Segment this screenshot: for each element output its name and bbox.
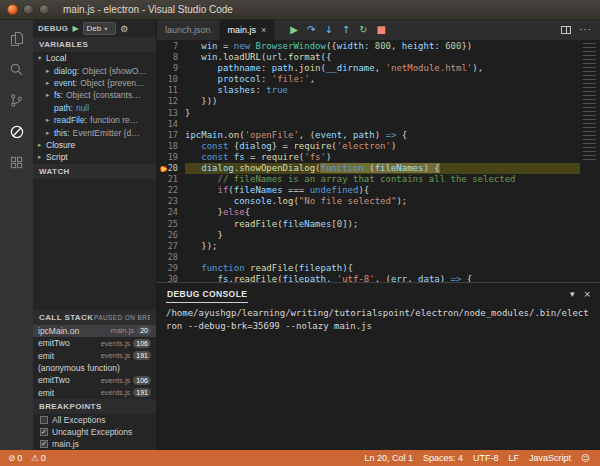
code-line-text[interactable]: const fs = require('fs') <box>185 152 580 163</box>
more-actions-icon[interactable]: ··· <box>579 25 592 35</box>
variable-readfile[interactable]: ▸readFile:function re… <box>33 114 156 126</box>
code-line-text[interactable]: }); <box>185 241 580 252</box>
code-line-text[interactable]: win = new BrowserWindow({width: 800, hei… <box>185 41 580 52</box>
variable-fs[interactable]: ▸fs:Object {constants… <box>33 89 156 101</box>
checkbox-unchecked[interactable] <box>40 416 48 424</box>
step-over-button[interactable]: ↷ <box>307 25 315 35</box>
line-number[interactable]: 7 <box>157 41 185 52</box>
stop-button[interactable]: ■ <box>377 25 386 35</box>
tab-debug-console[interactable]: DEBUG CONSOLE <box>166 285 248 303</box>
collapse-panel-icon[interactable]: ▾ <box>570 289 575 299</box>
code-line-text[interactable]: console.log("No file selected"); <box>185 196 580 207</box>
line-number[interactable]: 24 <box>157 207 185 218</box>
code-line-text[interactable]: ipcMain.on('openFile', (event, path) => … <box>185 130 580 141</box>
indentation-setting[interactable]: Spaces: 4 <box>423 453 463 463</box>
callstack-frame-emit[interactable]: emitevents.js191 <box>33 387 156 399</box>
line-number[interactable]: 28 <box>157 252 185 263</box>
code-line-text[interactable]: fs.readFile(filepath, 'utf-8', (err, dat… <box>185 274 580 282</box>
variable-dialog[interactable]: ▸dialog:Object {showO… <box>33 64 156 76</box>
line-number[interactable]: 18 <box>157 141 185 152</box>
cursor-position[interactable]: Ln 20, Col 1 <box>365 453 414 463</box>
line-number[interactable]: 30 <box>157 274 185 282</box>
callstack-section-header[interactable]: CALL STACK PAUSED ON BREAKPO… <box>33 310 156 325</box>
line-number[interactable]: 19 <box>157 152 185 163</box>
line-number[interactable]: 9 <box>157 63 185 74</box>
line-number[interactable]: 11 <box>157 85 185 96</box>
split-editor-icon[interactable] <box>561 26 571 34</box>
line-number[interactable]: 29 <box>157 263 185 274</box>
variable-path[interactable]: path:null <box>33 102 156 114</box>
code-line-text[interactable]: // fileNames is an array that contains a… <box>185 174 580 185</box>
variables-section-header[interactable]: VARIABLES <box>33 37 156 52</box>
code-line-text[interactable] <box>185 252 580 263</box>
line-number[interactable]: 22 <box>157 185 185 196</box>
code-line-text[interactable]: } <box>185 230 580 241</box>
warning-count[interactable]: ⚠ 0 <box>31 453 46 463</box>
line-number[interactable]: 10 <box>157 74 185 85</box>
code-line-text[interactable]: function readFile(filepath){ <box>185 263 580 274</box>
callstack-frame-emit[interactable]: emitevents.js191 <box>33 349 156 361</box>
activity-item-search[interactable] <box>0 54 33 85</box>
watch-section-header[interactable]: WATCH <box>33 164 156 179</box>
code-line-text[interactable]: pathname: path.join(__dirname, 'netModul… <box>185 63 580 74</box>
debug-console-output[interactable]: /home/ayushgp/learning/writing/tutorials… <box>157 304 600 335</box>
window-minimize-button[interactable] <box>23 4 34 15</box>
variable-this[interactable]: ▸this:EventEmitter {d… <box>33 126 156 138</box>
start-debugging-icon[interactable]: ▶ <box>72 24 78 33</box>
line-number[interactable]: 13 <box>157 108 185 119</box>
breakpoint-uncaught-exceptions[interactable]: ✓Uncaught Exceptions <box>33 426 156 438</box>
breakpoint-main-js[interactable]: ✓main.js <box>33 438 156 450</box>
line-number[interactable]: 23 <box>157 196 185 207</box>
variables-scope-closure[interactable]: ▸Closure <box>33 139 156 151</box>
callstack-frame-emittwo[interactable]: emitTwoevents.js106 <box>33 374 156 386</box>
step-out-button[interactable]: ↑ <box>342 25 350 35</box>
code-editor[interactable]: 7 win = new BrowserWindow({width: 800, h… <box>157 40 580 282</box>
activity-item-debug[interactable] <box>0 116 33 147</box>
callstack-frame-anonymous-function[interactable]: (anonymous function) <box>33 362 156 374</box>
code-line-text[interactable]: dialog.showOpenDialog(function (fileName… <box>185 163 580 174</box>
line-number[interactable]: 26 <box>157 230 185 241</box>
line-number[interactable]: 17 <box>157 130 185 141</box>
variable-event[interactable]: ▸event:Object {preven… <box>33 77 156 89</box>
code-line-text[interactable]: win.loadURL(url.format({ <box>185 52 580 63</box>
line-number[interactable]: 12 <box>157 96 185 107</box>
callstack-frame-ipcmain-on[interactable]: ipcMain.onmain.js20 <box>33 325 156 337</box>
checkbox-checked[interactable]: ✓ <box>40 428 48 436</box>
line-number[interactable]: 27 <box>157 241 185 252</box>
encoding[interactable]: UTF-8 <box>473 453 499 463</box>
tab-main-js[interactable]: main.js× <box>220 20 276 40</box>
line-number[interactable]: 20▶ <box>157 163 185 174</box>
line-number[interactable]: 21 <box>157 174 185 185</box>
tab-close-icon[interactable]: × <box>261 25 266 35</box>
line-number[interactable]: 8 <box>157 52 185 63</box>
breakpoints-section-header[interactable]: BREAKPOINTS <box>33 399 156 414</box>
code-line-text[interactable]: } <box>185 108 580 119</box>
code-line-text[interactable] <box>185 119 580 130</box>
code-line-text[interactable]: slashes: true <box>185 85 580 96</box>
feedback-smiley-icon[interactable]: ☺ <box>581 453 590 463</box>
code-line-text[interactable]: const {dialog} = require('electron') <box>185 141 580 152</box>
code-line-text[interactable]: if(fileNames === undefined){ <box>185 185 580 196</box>
activity-item-extensions[interactable] <box>0 147 33 178</box>
configure-gear-icon[interactable]: ⚙ <box>120 24 128 34</box>
activity-item-source-control[interactable] <box>0 85 33 116</box>
variables-scope-local[interactable]: ▾Local <box>33 52 156 64</box>
line-number[interactable]: 14 <box>157 119 185 130</box>
window-maximize-button[interactable] <box>39 4 50 15</box>
code-line-text[interactable]: protocol: 'file:', <box>185 74 580 85</box>
minimap[interactable] <box>580 40 600 282</box>
debug-config-dropdown[interactable]: Deb ▾ <box>83 22 117 35</box>
continue-button[interactable]: ▶ <box>290 25 298 35</box>
restart-button[interactable]: ↻ <box>359 25 367 35</box>
line-number[interactable]: 25 <box>157 219 185 230</box>
callstack-frame-emittwo[interactable]: emitTwoevents.js106 <box>33 337 156 349</box>
breakpoint-all-exceptions[interactable]: All Exceptions <box>33 414 156 426</box>
code-line-text[interactable]: }else{ <box>185 207 580 218</box>
line-ending[interactable]: LF <box>509 453 520 463</box>
checkbox-checked[interactable]: ✓ <box>40 440 48 448</box>
language-mode[interactable]: JavaScript <box>529 453 571 463</box>
step-into-button[interactable]: ↓ <box>324 25 332 35</box>
variables-scope-script[interactable]: ▸Script <box>33 151 156 163</box>
tab-launch-json[interactable]: launch.json <box>157 20 220 40</box>
code-line-text[interactable]: readFile(fileNames[0]); <box>185 219 580 230</box>
